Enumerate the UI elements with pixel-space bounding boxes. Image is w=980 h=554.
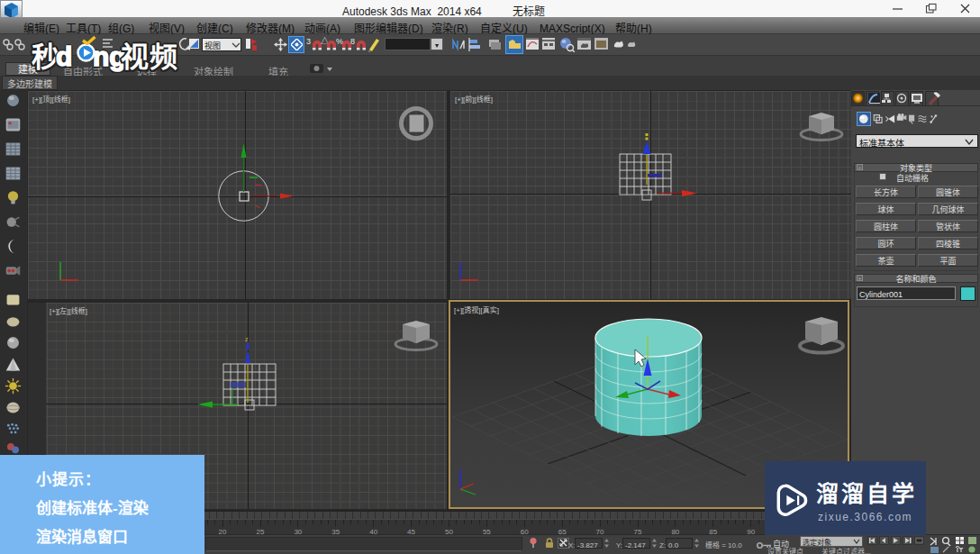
svg-text:z: z (245, 334, 249, 343)
svg-text:%: % (336, 37, 343, 47)
svg-text:8: 8 (350, 37, 355, 47)
svg-text:3: 3 (306, 37, 311, 47)
